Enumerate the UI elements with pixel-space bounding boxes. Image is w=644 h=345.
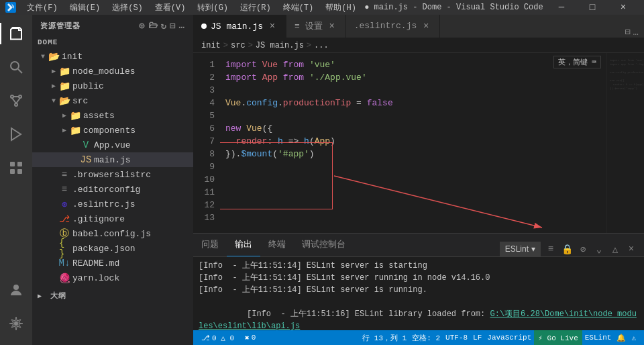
activity-settings[interactable] — [0, 307, 32, 340]
panel-list-icon[interactable]: ≡ — [543, 242, 558, 256]
status-encoding[interactable]: UTF-8 — [443, 330, 470, 345]
status-eol[interactable]: LF — [470, 330, 484, 345]
status-spaces[interactable]: 空格: 2 — [409, 330, 443, 345]
chevron-right-icon: ▶ — [59, 126, 70, 134]
tab-eslintrc[interactable]: .eslintrc.js × — [346, 15, 441, 38]
menu-view[interactable]: 查看(V) — [150, 1, 191, 15]
collapse-icon[interactable]: ⊟ — [170, 20, 176, 32]
sidebar-item-node-modules[interactable]: ▶ 📁 node_modules — [32, 64, 193, 79]
tab-close-button[interactable]: × — [327, 21, 337, 32]
sidebar-item-readme[interactable]: ▶ M↓ README.md — [32, 256, 193, 270]
menu-help[interactable]: 帮助(H) — [320, 1, 362, 15]
activity-search[interactable] — [0, 51, 32, 83]
tab-close-button[interactable]: × — [267, 21, 278, 32]
language-badge: 英，简键 ⌨ — [553, 56, 601, 68]
sidebar-item-src[interactable]: ▼ 📂 src — [32, 93, 193, 108]
close-button[interactable]: × — [608, 0, 639, 15]
sidebar-item-yarnlock[interactable]: ▶ 🧶 yarn.lock — [32, 270, 193, 285]
activity-debug[interactable] — [0, 118, 32, 150]
folder-icon: 📁 — [59, 81, 70, 92]
panel-tab-debug[interactable]: 调试控制台 — [294, 233, 354, 256]
sidebar-item-browserslistrc[interactable]: ▶ ≡ .browserslistrc — [32, 167, 193, 182]
menu-edit[interactable]: 编辑(E) — [64, 1, 106, 15]
sidebar-item-label: README.md — [72, 258, 119, 268]
menu-run[interactable]: 运行(R) — [235, 1, 276, 15]
menu-terminal[interactable]: 终端(T) — [278, 1, 319, 15]
menu-bar[interactable]: 文件(F) 编辑(E) 选择(S) 查看(V) 转到(G) 运行(R) 终端(T… — [21, 1, 362, 15]
minimize-button[interactable]: ─ — [546, 0, 577, 15]
sidebar-item-label: App.vue — [94, 140, 131, 150]
panel-close-icon[interactable]: × — [624, 242, 639, 256]
more-actions-icon[interactable]: … — [633, 27, 639, 38]
svg-point-0 — [11, 62, 19, 70]
tab-main-js[interactable]: JS main.js × — [193, 15, 286, 38]
sidebar-header-actions[interactable]: ⊕ 🗁 ↻ ⊟ … — [139, 20, 185, 32]
code-line: Vue.config.productionTip = false — [225, 97, 606, 109]
code-content[interactable]: import Vue from 'vue' import App from '.… — [220, 53, 606, 233]
sidebar-item-babelconfig[interactable]: ▶ ⓑ babel.config.js — [32, 226, 193, 241]
breadcrumb-src[interactable]: src — [231, 41, 246, 50]
status-notifications[interactable]: 🔔 — [614, 330, 629, 345]
breadcrumb-init[interactable]: init — [201, 41, 221, 50]
activity-scm[interactable] — [0, 85, 32, 117]
status-warnings[interactable]: ⚠ — [629, 330, 639, 345]
svg-point-11 — [14, 322, 18, 326]
sidebar-item-label: yarn.lock — [72, 273, 119, 283]
more-actions-icon[interactable]: … — [179, 20, 185, 32]
chevron-down-icon: ▼ — [38, 53, 48, 60]
sidebar-item-packagejson[interactable]: ▶ { } package.json — [32, 241, 193, 256]
status-language[interactable]: JavaScript — [484, 330, 534, 345]
new-file-icon[interactable]: ⊕ — [139, 20, 145, 32]
outline-section[interactable]: ▶ 大纲 — [32, 288, 193, 303]
maximize-button[interactable]: □ — [577, 0, 608, 15]
activity-extensions[interactable] — [0, 152, 32, 184]
panel-dropdown-button[interactable]: ESLint ▾ — [500, 242, 541, 256]
menu-select[interactable]: 选择(S) — [107, 1, 148, 15]
svg-point-3 — [19, 95, 21, 98]
status-errors[interactable]: ✖ 0 — [242, 330, 258, 345]
panel-tab-terminal[interactable]: 终端 — [260, 233, 294, 256]
window-controls[interactable]: ─ □ × — [546, 0, 639, 15]
panel-clear-icon[interactable]: ⊘ — [576, 242, 590, 256]
chevron-right-icon: ▶ — [48, 82, 59, 90]
status-eslint[interactable]: ESLint — [582, 330, 614, 345]
status-git[interactable]: ⎇ 0 △ 0 — [199, 330, 237, 345]
error-icon: ✖ — [245, 334, 250, 342]
svg-rect-6 — [10, 162, 15, 166]
sidebar-item-eslintrc[interactable]: ▶ ⊛ .eslintrc.js — [32, 197, 193, 211]
panel-tab-problems[interactable]: 问题 — [193, 233, 227, 256]
refresh-icon[interactable]: ↻ — [161, 20, 167, 32]
menu-goto[interactable]: 转到(G) — [192, 1, 233, 15]
sidebar-item-main-js[interactable]: ▶ JS main.js — [32, 152, 193, 167]
code-editor[interactable]: 12345 678910 111213 — [193, 53, 606, 233]
panel-maximize-icon[interactable]: △ — [608, 242, 623, 256]
split-editor-icon[interactable]: ⊟ — [625, 26, 630, 38]
activity-explorer[interactable] — [0, 17, 32, 50]
activity-bar — [0, 15, 32, 345]
sidebar-item-components[interactable]: ▶ 📁 components — [32, 123, 193, 138]
panel-lock-icon[interactable]: 🔒 — [559, 242, 574, 256]
tab-close-button[interactable]: × — [421, 21, 431, 32]
sidebar-item-label: package.json — [72, 244, 136, 254]
sidebar-item-app-vue[interactable]: ▶ V App.vue — [32, 138, 193, 152]
new-folder-icon[interactable]: 🗁 — [148, 20, 158, 32]
panel-collapse-icon[interactable]: ⌄ — [592, 242, 606, 256]
panel-tab-output[interactable]: 输出 — [227, 233, 260, 256]
sidebar-item-public[interactable]: ▶ 📁 public — [32, 79, 193, 93]
status-golive[interactable]: ⚡ Go Live — [534, 330, 582, 345]
activity-account[interactable] — [0, 274, 32, 306]
eslint-file-icon: ⊛ — [59, 199, 70, 210]
code-line — [225, 109, 606, 122]
sidebar-item-gitignore[interactable]: ▶ ⎇ .gitignore — [32, 211, 193, 226]
status-position[interactable]: 行 13，列 1 — [360, 330, 409, 345]
code-line: render: h => h(App) — [225, 135, 606, 148]
tab-settings[interactable]: ≡ 设置 × — [286, 15, 346, 38]
menu-file[interactable]: 文件(F) — [21, 1, 63, 15]
sidebar-item-editorconfig[interactable]: ▶ ≡ .editorconfig — [32, 182, 193, 197]
sidebar-item-assets[interactable]: ▶ 📁 assets — [32, 108, 193, 123]
tab-label: .eslintrc.js — [354, 21, 417, 31]
json-file-icon: { } — [59, 238, 70, 259]
breadcrumb-more[interactable]: ... — [314, 41, 329, 50]
sidebar-item-init[interactable]: ▼ 📂 init — [32, 49, 193, 64]
breadcrumb-file[interactable]: JS main.js — [256, 41, 304, 50]
